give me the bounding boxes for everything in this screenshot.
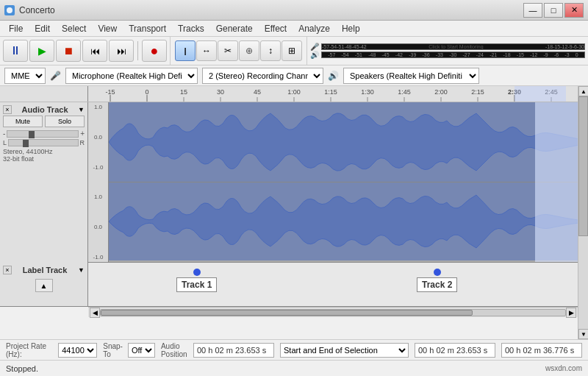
label-track-name: Label Track (23, 266, 68, 274)
status-right-text: wsxdn.com (545, 364, 582, 372)
menu-select[interactable]: Select (56, 22, 92, 35)
menu-file[interactable]: File (3, 22, 29, 35)
mic-meter-icon[interactable]: 🎤 (310, 43, 319, 51)
close-button[interactable]: ✕ (564, 3, 584, 18)
mic-device-select[interactable]: Microphone (Realtek High Defini (65, 68, 198, 84)
label-text-1[interactable]: Track 1 (176, 277, 217, 292)
menu-generate[interactable]: Generate (210, 22, 259, 35)
svg-text:0: 0 (145, 88, 148, 96)
snap-to-label: Snap-To (103, 342, 125, 358)
scale-top-1: 1.0 (94, 104, 102, 110)
menu-view[interactable]: View (92, 22, 123, 35)
bottom-toolbar: Project Rate (Hz): 44100 Snap-To Off Aud… (0, 339, 588, 360)
status-bar: Stopped. wsxdn.com (0, 360, 588, 376)
stop-button[interactable]: ⏹ (56, 40, 81, 62)
project-rate-select[interactable]: 44100 (58, 343, 97, 358)
menu-analyze[interactable]: Analyze (293, 22, 336, 35)
svg-rect-27 (514, 86, 566, 102)
record-button[interactable]: ● (142, 40, 167, 62)
host-select[interactable]: MME (4, 68, 46, 84)
scale-bot-2: -1.0 (93, 254, 104, 260)
time-ruler: -15 0 15 30 45 1:00 1:15 (0, 86, 578, 102)
svg-text:45: 45 (254, 88, 261, 96)
snap-to-select[interactable]: Off (128, 343, 155, 358)
pause-button[interactable]: ⏸ (3, 40, 28, 62)
transport-toolbar: ⏸ ▶ ⏹ ⏮ ⏭ ● (0, 37, 170, 65)
play-button[interactable]: ▶ (29, 40, 54, 62)
scroll-down-button[interactable]: ▼ (578, 329, 588, 339)
waveform-display[interactable] (109, 102, 578, 262)
scroll-right-button[interactable]: ▶ (566, 308, 576, 318)
label-track-area[interactable]: Track 1 Track 2 (88, 263, 578, 306)
svg-text:30: 30 (217, 88, 224, 96)
audio-track-info: Stereo, 44100Hz 32-bit float (3, 148, 85, 163)
menu-edit[interactable]: Edit (29, 22, 56, 35)
scroll-track[interactable] (100, 309, 566, 316)
draw-tool-button[interactable]: ✂ (218, 40, 238, 61)
pan-slider-row: L R (3, 139, 85, 146)
gain-slider-row: - + (3, 130, 85, 138)
audio-track: × Audio Track ▼ Mute Solo - + (0, 102, 578, 263)
channels-select[interactable]: 2 (Stereo) Recording Channels (202, 68, 323, 84)
zoom-tool-button[interactable]: ⊕ (239, 40, 259, 61)
menu-effect[interactable]: Effect (259, 22, 293, 35)
speaker-device-select[interactable]: Speakers (Realtek High Definiti (343, 68, 479, 84)
multi-tool-button[interactable]: ⊞ (282, 40, 302, 61)
label-track-header: × Label Track ▼ (3, 266, 85, 274)
v-scroll-track (578, 96, 588, 329)
app-title: Concerto (19, 5, 55, 15)
ruler-svg: -15 0 15 30 45 1:00 1:15 (88, 86, 578, 102)
menu-transport[interactable]: Transport (123, 22, 172, 35)
skip-forward-button[interactable]: ⏭ (109, 40, 134, 62)
menu-tracks[interactable]: Tracks (172, 22, 210, 35)
selection-mode-select[interactable]: Start and End of Selection (280, 343, 409, 358)
envelope-tool-button[interactable]: ↔ (196, 40, 217, 61)
label-track-up-button[interactable]: ▲ (35, 279, 53, 292)
audio-position-label: Audio Position (161, 342, 190, 358)
skip-back-button[interactable]: ⏮ (82, 40, 107, 62)
selection-start-input[interactable] (415, 343, 495, 358)
audio-waveform-area[interactable]: 1.0 0.0 -1.0 1.0 0.0 -1.0 (88, 102, 578, 262)
label-track-dropdown-icon[interactable]: ▼ (78, 266, 85, 274)
minimize-button[interactable]: — (523, 3, 542, 18)
v-scroll-thumb[interactable] (578, 96, 588, 236)
menu-bar: File Edit Select View Transport Tracks G… (0, 21, 588, 37)
channel-2-svg (109, 182, 578, 260)
input-level-meter[interactable]: -57 -54 -51 -48 -45 -42 Click to Start M… (321, 43, 585, 50)
svg-text:1:15: 1:15 (324, 88, 337, 96)
pan-slider[interactable] (8, 139, 78, 146)
time-shift-button[interactable]: ↕ (260, 40, 281, 61)
maximize-button[interactable]: □ (544, 3, 563, 18)
status-text: Stopped. (6, 364, 38, 373)
label-pin-1[interactable] (193, 269, 201, 276)
solo-button[interactable]: Solo (45, 116, 85, 127)
scroll-left-button[interactable]: ◀ (90, 308, 100, 318)
audio-track-close-button[interactable]: × (3, 105, 12, 114)
scroll-up-button[interactable]: ▲ (578, 86, 588, 96)
svg-text:2:15: 2:15 (471, 88, 484, 96)
audio-position-input[interactable] (193, 343, 274, 358)
label-text-2[interactable]: Track 2 (417, 277, 457, 292)
horizontal-scrollbar[interactable]: ◀ ▶ (88, 307, 578, 317)
device-toolbar: MME 🎤 Microphone (Realtek High Defini 2 … (0, 65, 588, 86)
label-pin-2[interactable] (434, 269, 441, 276)
label-track-close-button[interactable]: × (3, 266, 12, 274)
mute-button[interactable]: Mute (3, 116, 43, 127)
menu-help[interactable]: Help (336, 22, 366, 35)
selection-end-input[interactable] (501, 343, 582, 358)
scroll-thumb[interactable] (101, 310, 473, 316)
audio-track-controls: × Audio Track ▼ Mute Solo - + (0, 102, 88, 263)
audio-track-header: × Audio Track ▼ (3, 105, 85, 114)
gain-minus-label: - (3, 130, 5, 138)
speaker-device-icon: 🔊 (328, 71, 339, 81)
selection-tool-button[interactable]: I (175, 40, 196, 61)
vertical-scrollbar[interactable]: ▲ ▼ (578, 86, 588, 339)
speaker-meter-icon[interactable]: 🔊 (310, 51, 319, 59)
gain-slider[interactable] (7, 130, 79, 138)
label-track: × Label Track ▼ ▲ Track 1 (0, 263, 578, 307)
ruler-area[interactable]: -15 0 15 30 45 1:00 1:15 (88, 86, 578, 102)
svg-text:15: 15 (180, 88, 187, 96)
output-level-meter: -57 -54 -51 -48 -45 -42 -39 -36 -33 -30 … (321, 52, 585, 58)
audio-track-dropdown-icon[interactable]: ▼ (78, 106, 85, 113)
window-controls: — □ ✕ (523, 3, 584, 18)
